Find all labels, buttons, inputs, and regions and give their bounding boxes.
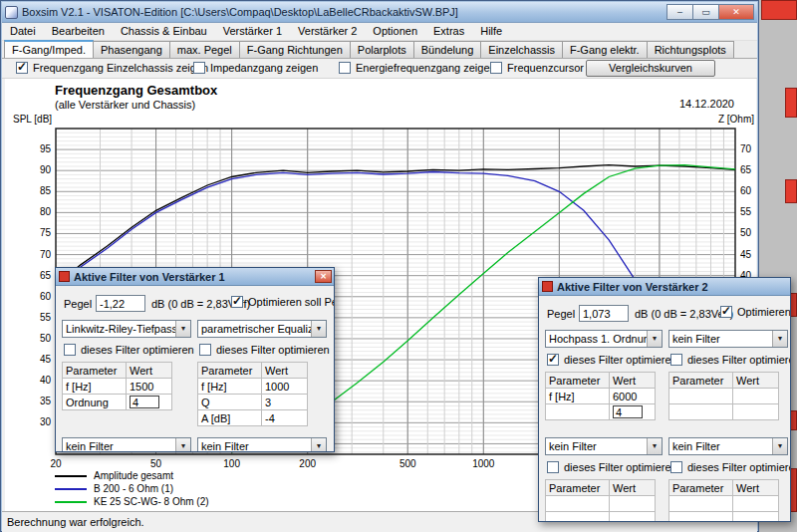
filter4-optimize-checkbox[interactable]: ✓ dieses Filter optimieren <box>670 461 790 473</box>
filter2-type-dropdown[interactable]: kein Filter ▾ <box>668 330 788 348</box>
param-cell[interactable] <box>669 404 733 420</box>
pegel-input[interactable] <box>579 305 629 322</box>
menu-bearbeiten[interactable]: Bearbeiten <box>44 23 113 40</box>
wert-cell[interactable]: -4 <box>262 410 308 426</box>
wert-cell[interactable]: 4 <box>610 404 656 420</box>
filter3-type-dropdown[interactable]: kein Filter ▾ <box>62 437 191 451</box>
checkbox-box[interactable]: ✓ <box>339 62 351 74</box>
checkbox-box[interactable]: ✓ <box>231 296 243 308</box>
param-cell[interactable] <box>546 512 610 522</box>
checkbox-einzelchassis[interactable]: ✓ Frequenzgang Einzelchassis zeigen <box>16 62 208 74</box>
wert-cell[interactable]: 6000 <box>610 389 656 404</box>
filter4-type-dropdown[interactable]: kein Filter ▾ <box>197 437 327 451</box>
param-cell[interactable] <box>669 512 733 522</box>
dialog-close-button[interactable]: ✕ <box>315 270 332 283</box>
optimize-pegel-checkbox[interactable]: ✓ Optimieren s <box>720 306 790 318</box>
param-cell[interactable]: A [dB] <box>198 410 262 426</box>
tab-polarplots[interactable]: Polarplots <box>350 41 414 58</box>
checkbox-impedanzgang[interactable]: ✓ Impedanzgang zeigen <box>193 62 318 74</box>
titlebar[interactable]: Boxsim V2.1 - VISATON-Edition [C:\Users\… <box>2 2 757 23</box>
checkbox-box[interactable]: ✓ <box>670 461 682 473</box>
vergleichskurven-button[interactable]: Vergleichskurven einblenden <box>586 60 715 77</box>
menu-extras[interactable]: Extras <box>425 23 472 40</box>
legend-line-swatch <box>55 501 87 503</box>
param-cell[interactable]: f [Hz] <box>63 379 127 395</box>
chevron-down-icon[interactable]: ▾ <box>772 438 787 454</box>
wert-cell[interactable] <box>733 512 779 522</box>
menu-hilfe[interactable]: Hilfe <box>472 23 510 40</box>
filter2-type-dropdown[interactable]: parametrischer Equalizer ▾ <box>197 320 327 338</box>
wert-cell[interactable]: 4 <box>127 395 172 410</box>
filter3-type-dropdown[interactable]: kein Filter ▾ <box>545 437 663 455</box>
param-cell[interactable]: Q <box>198 395 262 410</box>
filter1-optimize-checkbox[interactable]: ✓ dieses Filter optimieren <box>547 354 677 366</box>
wert-cell[interactable] <box>733 404 779 420</box>
tab-fgang-elektr[interactable]: F-Gang elektr. <box>562 41 648 58</box>
tab-phasengang[interactable]: Phasengang <box>93 41 170 58</box>
filter2-optimize-checkbox[interactable]: ✓ dieses Filter optimieren <box>199 344 330 356</box>
chevron-down-icon[interactable]: ▾ <box>175 321 190 337</box>
wert-cell[interactable]: 1000 <box>262 379 308 395</box>
impedance-axis-label: Z [Ohm] <box>718 114 754 125</box>
minimize-button[interactable]: – <box>666 4 693 20</box>
param-cell[interactable] <box>669 389 733 404</box>
chevron-down-icon[interactable]: ▾ <box>311 438 326 451</box>
tab-max-pegel[interactable]: max. Pegel <box>169 41 240 58</box>
active-edit-cell[interactable]: 4 <box>613 405 643 418</box>
chevron-down-icon[interactable]: ▾ <box>647 331 662 347</box>
menu-verstaerker-1[interactable]: Verstärker 1 <box>215 23 290 40</box>
menu-datei[interactable]: Datei <box>2 23 44 40</box>
param-cell[interactable] <box>546 496 610 512</box>
checkbox-box[interactable]: ✓ <box>547 354 559 366</box>
pegel-input[interactable] <box>96 295 145 312</box>
filter1-type-dropdown[interactable]: Hochpass 1. Ordnung ▾ <box>545 330 663 348</box>
wert-cell[interactable] <box>610 512 656 522</box>
maximize-button[interactable]: ▭ <box>692 4 719 20</box>
param-cell[interactable] <box>546 404 610 420</box>
param-cell[interactable]: Ordnung <box>63 395 127 410</box>
menu-optionen[interactable]: Optionen <box>365 23 425 40</box>
chevron-down-icon[interactable]: ▾ <box>175 438 190 451</box>
filter4-type-dropdown[interactable]: kein Filter ▾ <box>668 437 788 455</box>
tab-einzelchassis[interactable]: Einzelchassis <box>480 41 563 58</box>
filter1-type-dropdown[interactable]: Linkwitz-Riley-Tiefpass ▾ <box>62 320 191 338</box>
menu-verstaerker-2[interactable]: Verstärker 2 <box>290 23 365 40</box>
tab-richtungsplots[interactable]: Richtungsplots <box>647 41 734 58</box>
wert-cell[interactable] <box>733 389 779 404</box>
chevron-down-icon[interactable]: ▾ <box>311 321 326 337</box>
tab-fgang-richtungen[interactable]: F-Gang Richtungen <box>239 41 351 58</box>
dialog-titlebar[interactable]: Aktive Filter von Verstärker 2 <box>539 278 790 296</box>
param-cell[interactable] <box>669 496 733 512</box>
menu-chassis-einbau[interactable]: Chassis & Einbau <box>113 23 215 40</box>
checkbox-box[interactable]: ✓ <box>199 344 211 356</box>
checkbox-box[interactable]: ✓ <box>64 344 76 356</box>
filter2-optimize-checkbox[interactable]: ✓ dieses Filter optimieren <box>670 354 790 366</box>
chevron-down-icon[interactable]: ▾ <box>647 438 662 454</box>
optimize-pegel-checkbox[interactable]: ✓ Optimieren soll Pegel opt <box>231 296 334 308</box>
checkbox-frequenzcursor[interactable]: ✓ Frequenzcursor <box>490 62 584 74</box>
legend-amplitude-gesamt: Amplitude gesamt <box>55 470 173 481</box>
param-cell[interactable]: f [Hz] <box>546 389 610 404</box>
checkbox-box[interactable]: ✓ <box>193 62 205 74</box>
checkbox-energiefrequenzgang[interactable]: ✓ Energiefrequenzgang zeigen <box>339 62 496 74</box>
wert-cell[interactable] <box>610 496 656 512</box>
wert-cell[interactable] <box>733 496 779 512</box>
checkbox-box[interactable]: ✓ <box>720 306 732 318</box>
filter1-optimize-checkbox[interactable]: ✓ dieses Filter optimieren <box>64 344 194 356</box>
filter3-optimize-checkbox[interactable]: ✓ dieses Filter optimieren <box>547 461 677 473</box>
wert-cell[interactable]: 3 <box>262 395 308 410</box>
options-toolbar: ✓ Frequenzgang Einzelchassis zeigen ✓ Im… <box>2 59 757 79</box>
tab-buendelung[interactable]: Bündelung <box>413 41 482 58</box>
wert-cell[interactable]: 1500 <box>127 379 172 395</box>
param-cell[interactable]: f [Hz] <box>198 379 262 395</box>
checkbox-box[interactable]: ✓ <box>547 461 559 473</box>
chevron-down-icon[interactable]: ▾ <box>772 331 787 347</box>
checkbox-box[interactable]: ✓ <box>490 62 502 74</box>
checkbox-label: dieses Filter optimieren <box>564 354 677 366</box>
checkbox-box[interactable]: ✓ <box>16 62 28 74</box>
checkbox-box[interactable]: ✓ <box>670 354 682 366</box>
dialog-titlebar[interactable]: Aktive Filter von Verstärker 1 ✕ <box>56 268 334 286</box>
active-edit-cell[interactable]: 4 <box>130 396 159 408</box>
tab-fgang-imped[interactable]: F-Gang/Imped. <box>4 40 94 58</box>
close-button[interactable]: ✕ <box>718 4 754 20</box>
